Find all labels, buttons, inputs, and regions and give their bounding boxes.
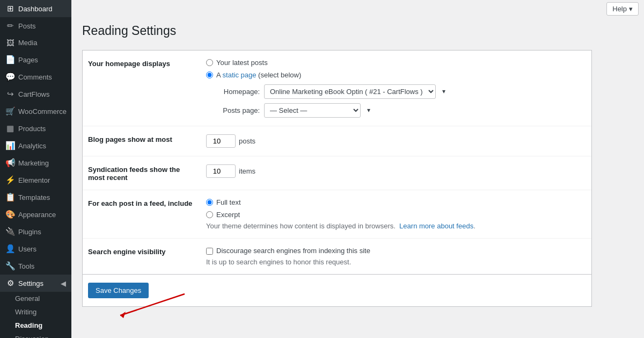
radio-excerpt[interactable]: Excerpt [206,211,586,219]
pages-icon: 📄 [5,55,15,64]
sidebar-item-comments[interactable]: 💬 Comments [0,68,71,85]
templates-icon: 📋 [5,192,15,202]
static-page-sub-fields: Homepage: Online Marketing eBook Optin (… [206,84,586,118]
submenu-writing[interactable]: Writing [0,305,71,319]
sidebar-item-tools[interactable]: 🔧 Tools [0,257,71,275]
search-engine-checkbox[interactable] [206,248,213,255]
sidebar-item-templates[interactable]: 📋 Templates [0,189,71,206]
settings-table: Your homepage displays Your latest posts… [82,50,592,275]
sidebar-item-label: Elementor [18,176,50,184]
settings-collapse-icon: ◀ [61,279,66,287]
sidebar-item-plugins[interactable]: 🔌 Plugins [0,223,71,240]
posts-page-select[interactable]: — Select — [264,103,361,118]
radio-full-text[interactable]: Full text [206,198,586,206]
sidebar-item-cartflows[interactable]: ↪ CartFlows [0,85,71,103]
sidebar-item-label: Tools [18,262,34,270]
sidebar-item-pages[interactable]: 📄 Pages [0,51,71,68]
syndication-feeds-input[interactable] [206,164,236,178]
homepage-displays-label: Your homepage displays [88,59,206,68]
sidebar-item-label: Settings [18,279,43,287]
sidebar-item-woocommerce[interactable]: 🛒 WooCommerce [0,103,71,120]
help-chevron-icon: ▾ [629,5,633,13]
sidebar-item-elementor[interactable]: ⚡ Elementor [0,171,71,189]
sidebar-item-label: Pages [18,56,38,64]
radio-full-text-input[interactable] [206,199,213,206]
sidebar-item-label: Users [18,245,36,253]
settings-icon: ⚙ [5,278,15,288]
radio-static-page-input[interactable] [206,71,213,78]
woocommerce-icon: 🛒 [5,106,15,116]
search-engine-row: Search engine visibility Discourage sear… [83,239,591,274]
syndication-feeds-row: Syndication feeds show the most recent i… [83,156,591,190]
sidebar-item-dashboard[interactable]: ⊞ Dashboard [0,0,71,17]
appearance-icon: 🎨 [5,210,15,219]
posts-page-field-row: Posts page: — Select — ▾ [206,103,586,118]
cartflows-icon: ↪ [5,89,15,99]
learn-more-feeds-link[interactable]: Learn more about feeds [399,222,473,230]
homepage-displays-control: Your latest posts A static page (select … [206,59,586,118]
static-page-link[interactable]: static page [223,71,257,79]
settings-submenu: General Writing Reading Discussion [0,292,71,338]
sidebar-item-label: Media [18,39,37,47]
search-engine-checkbox-label[interactable]: Discourage search engines from indexing … [216,247,370,255]
main-content: Help ▾ Reading Settings Your homepage di… [71,0,644,338]
homepage-displays-row: Your homepage displays Your latest posts… [83,51,591,126]
feed-include-row: For each post in a feed, include Full te… [83,190,591,239]
tools-icon: 🔧 [5,261,15,271]
content-area: Reading Settings Your homepage displays … [71,18,644,318]
feed-include-desc: Your theme determines how content is dis… [206,222,586,230]
homepage-select[interactable]: Online Marketing eBook Optin ( #21 - Car… [264,84,436,99]
sidebar-item-label: CartFlows [18,90,50,98]
page-title: Reading Settings [82,23,633,39]
feed-include-label: For each post in a feed, include [88,198,206,207]
syndication-feeds-label: Syndication feeds show the most recent [88,164,206,182]
plugins-icon: 🔌 [5,227,15,236]
radio-latest-posts-input[interactable] [206,59,213,66]
search-engine-desc: It is up to search engines to honor this… [206,258,586,266]
sidebar-item-label: Dashboard [18,5,53,13]
blog-pages-row: Blog pages show at most posts [83,126,591,156]
radio-latest-posts[interactable]: Your latest posts [206,59,586,67]
feed-include-control: Full text Excerpt Your theme determines … [206,198,586,230]
dashboard-icon: ⊞ [5,4,15,13]
sidebar-item-label: Appearance [18,211,56,219]
submenu-general[interactable]: General [0,292,71,305]
radio-static-page[interactable]: A static page (select below) [206,71,586,79]
submenu-discussion[interactable]: Discussion [0,332,71,338]
analytics-icon: 📊 [5,141,15,150]
sidebar-item-settings[interactable]: ⚙ Settings ◀ [0,275,71,292]
sidebar-item-label: Templates [18,193,50,202]
homepage-select-arrow: ▾ [442,88,445,95]
sidebar-item-appearance[interactable]: 🎨 Appearance [0,206,71,223]
sidebar-item-analytics[interactable]: 📊 Analytics [0,137,71,154]
marketing-icon: 📢 [5,158,15,168]
sidebar-item-media[interactable]: 🖼 Media [0,34,71,51]
comments-icon: 💬 [5,72,15,82]
sidebar-item-label: WooCommerce [18,107,67,116]
search-engine-control: Discourage search engines from indexing … [206,247,586,266]
homepage-field-label: Homepage: [206,88,260,96]
svg-line-0 [120,294,185,315]
search-engine-checkbox-item: Discourage search engines from indexing … [206,247,586,255]
posts-icon: ✏ [5,21,15,31]
sidebar-item-products[interactable]: ▦ Products [0,120,71,137]
help-button[interactable]: Help ▾ [606,2,639,16]
sidebar-item-marketing[interactable]: 📢 Marketing [0,154,71,171]
blog-pages-input[interactable] [206,134,236,148]
posts-page-select-arrow: ▾ [367,106,370,114]
sidebar: ⊞ Dashboard ✏ Posts 🖼 Media 📄 Pages 💬 Co… [0,0,71,338]
media-icon: 🖼 [5,38,15,47]
sidebar-item-posts[interactable]: ✏ Posts [0,17,71,34]
sidebar-item-label: Posts [18,22,36,30]
topbar: Help ▾ [71,0,644,18]
syndication-feeds-control: items [206,164,586,178]
sidebar-item-label: Marketing [18,159,49,167]
homepage-radio-group: Your latest posts A static page (select … [206,59,586,79]
blog-pages-suffix: posts [239,137,255,145]
sidebar-item-users[interactable]: 👤 Users [0,240,71,257]
submenu-reading[interactable]: Reading [0,319,71,332]
posts-page-field-label: Posts page: [206,106,260,114]
feed-include-radio-group: Full text Excerpt [206,198,586,219]
radio-excerpt-input[interactable] [206,211,213,218]
users-icon: 👤 [5,244,15,254]
